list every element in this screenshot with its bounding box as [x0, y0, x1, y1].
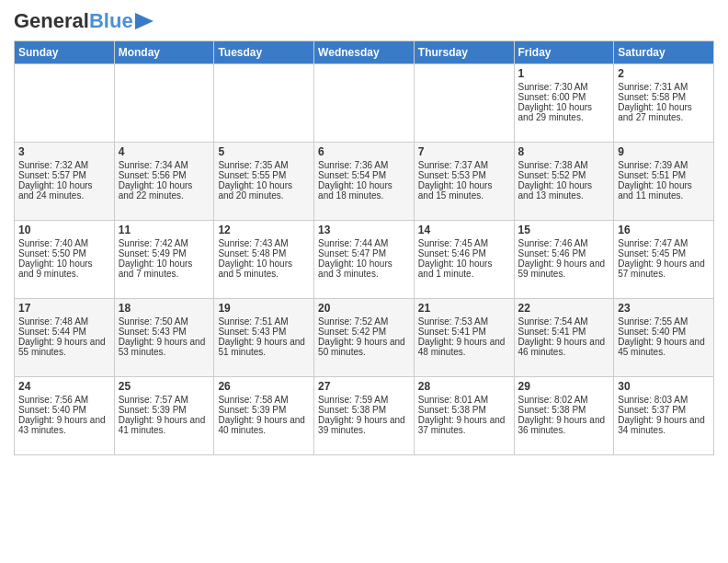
calendar-week-row: 3Sunrise: 7:32 AMSunset: 5:57 PMDaylight… [15, 143, 714, 221]
daylight-text: Daylight: 9 hours and 53 minutes. [119, 337, 206, 357]
weekday-header: Thursday [414, 41, 514, 64]
daylight-text: Daylight: 9 hours and 43 minutes. [18, 415, 106, 435]
sunrise-text: Sunrise: 8:02 AM [518, 395, 588, 405]
day-number: 18 [119, 302, 210, 315]
calendar-cell: 11Sunrise: 7:42 AMSunset: 5:49 PMDayligh… [114, 221, 214, 299]
daylight-text: Daylight: 9 hours and 34 minutes. [618, 415, 705, 435]
sunset-text: Sunset: 5:45 PM [618, 248, 686, 259]
sunrise-text: Sunrise: 7:53 AM [418, 316, 488, 327]
sunset-text: Sunset: 5:41 PM [418, 327, 486, 337]
sunset-text: Sunset: 5:46 PM [418, 248, 486, 259]
calendar-cell: 21Sunrise: 7:53 AMSunset: 5:41 PMDayligh… [414, 299, 514, 377]
day-number: 27 [318, 380, 410, 393]
sunset-text: Sunset: 5:44 PM [18, 327, 86, 337]
calendar-cell: 5Sunrise: 7:35 AMSunset: 5:55 PMDaylight… [214, 143, 314, 221]
calendar-cell: 16Sunrise: 7:47 AMSunset: 5:45 PMDayligh… [614, 221, 714, 299]
sunset-text: Sunset: 5:53 PM [418, 170, 486, 180]
calendar-cell: 26Sunrise: 7:58 AMSunset: 5:39 PMDayligh… [214, 377, 314, 455]
sunrise-text: Sunrise: 7:46 AM [518, 238, 588, 248]
sunrise-text: Sunrise: 7:39 AM [618, 160, 688, 170]
sunset-text: Sunset: 6:00 PM [518, 92, 586, 102]
calendar-cell [314, 64, 415, 143]
calendar-cell: 12Sunrise: 7:43 AMSunset: 5:48 PMDayligh… [214, 221, 314, 299]
calendar-table: SundayMondayTuesdayWednesdayThursdayFrid… [14, 40, 714, 455]
sunrise-text: Sunrise: 8:01 AM [418, 395, 488, 405]
day-number: 30 [618, 380, 710, 393]
sunset-text: Sunset: 5:38 PM [318, 405, 386, 415]
daylight-text: Daylight: 9 hours and 37 minutes. [418, 415, 506, 435]
calendar-week-row: 17Sunrise: 7:48 AMSunset: 5:44 PMDayligh… [15, 299, 714, 377]
daylight-text: Daylight: 10 hours and 29 minutes. [518, 102, 593, 122]
sunset-text: Sunset: 5:40 PM [618, 327, 686, 337]
daylight-text: Daylight: 9 hours and 46 minutes. [518, 337, 606, 357]
calendar-cell: 28Sunrise: 8:01 AMSunset: 5:38 PMDayligh… [414, 377, 514, 455]
calendar-week-row: 10Sunrise: 7:40 AMSunset: 5:50 PMDayligh… [15, 221, 714, 299]
calendar-cell: 29Sunrise: 8:02 AMSunset: 5:38 PMDayligh… [514, 377, 614, 455]
logo-text: GeneralBlue [14, 9, 133, 33]
sunrise-text: Sunrise: 7:52 AM [318, 316, 388, 327]
day-number: 13 [318, 224, 410, 236]
calendar-header: SundayMondayTuesdayWednesdayThursdayFrid… [15, 41, 714, 64]
sunrise-text: Sunrise: 7:54 AM [518, 316, 588, 327]
sunrise-text: Sunrise: 7:42 AM [119, 238, 188, 248]
sunset-text: Sunset: 5:48 PM [218, 248, 286, 259]
day-number: 29 [518, 380, 610, 393]
day-number: 16 [618, 224, 710, 236]
sunrise-text: Sunrise: 7:36 AM [318, 160, 388, 170]
sunset-text: Sunset: 5:56 PM [119, 170, 187, 180]
calendar-cell: 7Sunrise: 7:37 AMSunset: 5:53 PMDaylight… [414, 143, 514, 221]
daylight-text: Daylight: 9 hours and 45 minutes. [618, 337, 705, 357]
sunrise-text: Sunrise: 7:56 AM [18, 395, 88, 405]
calendar-cell: 4Sunrise: 7:34 AMSunset: 5:56 PMDaylight… [114, 143, 214, 221]
weekday-header: Tuesday [214, 41, 314, 64]
weekday-header: Friday [514, 41, 614, 64]
sunrise-text: Sunrise: 7:34 AM [119, 160, 188, 170]
day-number: 7 [418, 145, 510, 158]
daylight-text: Daylight: 9 hours and 51 minutes. [218, 337, 305, 357]
daylight-text: Daylight: 9 hours and 59 minutes. [518, 259, 606, 279]
weekday-header: Sunday [15, 41, 115, 64]
sunset-text: Sunset: 5:41 PM [518, 327, 586, 337]
sunset-text: Sunset: 5:46 PM [518, 248, 586, 259]
daylight-text: Daylight: 9 hours and 50 minutes. [318, 337, 405, 357]
calendar-cell [214, 64, 314, 143]
day-number: 2 [618, 67, 710, 80]
daylight-text: Daylight: 10 hours and 1 minute. [418, 259, 493, 279]
sunset-text: Sunset: 5:50 PM [18, 248, 86, 259]
sunrise-text: Sunrise: 7:32 AM [18, 160, 88, 170]
day-number: 11 [119, 224, 210, 236]
day-number: 23 [618, 302, 710, 315]
logo: GeneralBlue [14, 9, 154, 33]
calendar-cell: 18Sunrise: 7:50 AMSunset: 5:43 PMDayligh… [114, 299, 214, 377]
daylight-text: Daylight: 10 hours and 20 minutes. [218, 180, 292, 201]
sunset-text: Sunset: 5:38 PM [518, 405, 586, 415]
calendar-cell: 1Sunrise: 7:30 AMSunset: 6:00 PMDaylight… [514, 64, 614, 143]
daylight-text: Daylight: 10 hours and 27 minutes. [618, 102, 692, 122]
page-container: GeneralBlue SundayMondayTuesdayWednesday… [0, 0, 728, 465]
day-number: 12 [218, 224, 310, 236]
day-number: 19 [218, 302, 310, 315]
calendar-body: 1Sunrise: 7:30 AMSunset: 6:00 PMDaylight… [15, 64, 714, 455]
calendar-cell: 24Sunrise: 7:56 AMSunset: 5:40 PMDayligh… [15, 377, 115, 455]
daylight-text: Daylight: 9 hours and 48 minutes. [418, 337, 506, 357]
sunset-text: Sunset: 5:47 PM [318, 248, 386, 259]
calendar-cell: 30Sunrise: 8:03 AMSunset: 5:37 PMDayligh… [614, 377, 714, 455]
sunset-text: Sunset: 5:42 PM [318, 327, 386, 337]
sunrise-text: Sunrise: 7:37 AM [418, 160, 488, 170]
sunset-text: Sunset: 5:57 PM [18, 170, 86, 180]
sunset-text: Sunset: 5:51 PM [618, 170, 686, 180]
daylight-text: Daylight: 10 hours and 7 minutes. [119, 259, 193, 279]
sunrise-text: Sunrise: 7:48 AM [18, 316, 88, 327]
sunrise-text: Sunrise: 7:31 AM [618, 82, 688, 92]
calendar-cell: 9Sunrise: 7:39 AMSunset: 5:51 PMDaylight… [614, 143, 714, 221]
calendar-cell: 10Sunrise: 7:40 AMSunset: 5:50 PMDayligh… [15, 221, 115, 299]
sunrise-text: Sunrise: 7:55 AM [618, 316, 688, 327]
sunset-text: Sunset: 5:40 PM [18, 405, 86, 415]
weekday-header: Monday [114, 41, 214, 64]
calendar-cell: 27Sunrise: 7:59 AMSunset: 5:38 PMDayligh… [314, 377, 415, 455]
day-number: 1 [518, 67, 610, 80]
day-number: 4 [119, 145, 210, 158]
calendar-cell: 8Sunrise: 7:38 AMSunset: 5:52 PMDaylight… [514, 143, 614, 221]
daylight-text: Daylight: 10 hours and 18 minutes. [318, 180, 392, 201]
sunrise-text: Sunrise: 7:35 AM [218, 160, 288, 170]
